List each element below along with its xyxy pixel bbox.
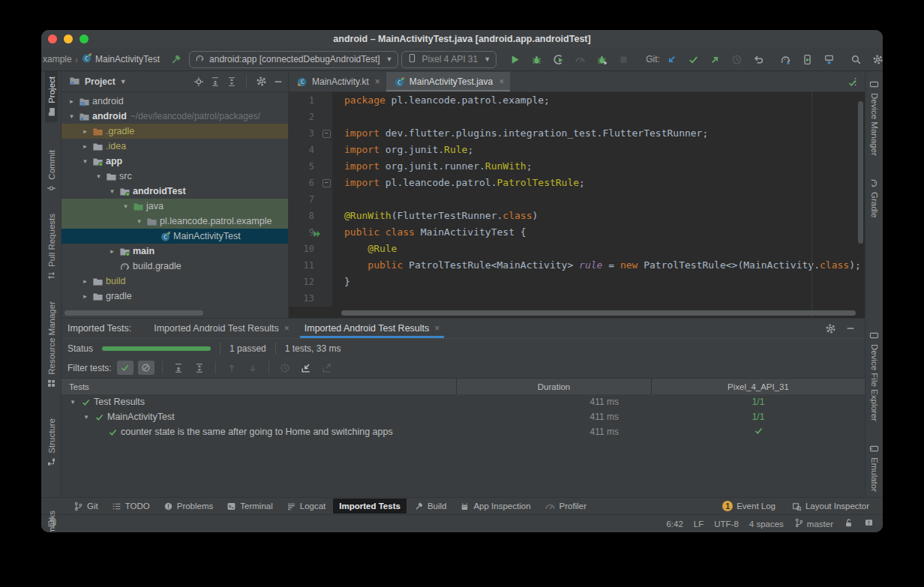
run-configuration-select[interactable]: android:app [connectedDebugAndroidTest] … [189,51,398,68]
tool-strip-tab-device-file-explorer[interactable]: Device File Explorer [868,325,880,427]
device-manager-button[interactable] [800,52,815,67]
tree-item-src[interactable]: ▾src [62,169,288,184]
tree-item-java[interactable]: ▾java [62,199,288,214]
push-button[interactable] [708,52,723,67]
expand-all-button[interactable] [170,361,187,375]
test-result-row[interactable]: ▾Test Results411 ms1/1 [62,394,865,409]
previous-occurrence-button[interactable] [224,361,240,375]
show-passed-button[interactable] [117,361,134,375]
tree-item-android[interactable]: ▸android [62,94,288,109]
tree-toggle-icon[interactable]: ▾ [68,398,78,406]
hide-button[interactable] [273,76,284,87]
tree-item-gradle[interactable]: ▸gradle [62,289,288,304]
fold-marker-icon[interactable]: − [322,179,331,187]
attach-debugger-button[interactable] [594,52,609,67]
tree-toggle-icon[interactable]: ▾ [81,413,92,421]
profile-coverage-button[interactable] [550,52,566,67]
gradle-sync-button[interactable] [778,52,794,67]
expand-all-button[interactable] [210,76,220,87]
fold-marker-icon[interactable]: − [322,130,331,138]
collapse-all-button[interactable] [226,76,237,87]
breadcrumb-package[interactable]: xample [43,54,72,64]
test-results-tab-2[interactable]: Imported Android Test Results× [297,319,448,338]
notification-icon[interactable] [864,518,874,528]
tree-item-app[interactable]: ▾app [62,154,288,169]
toolwindow-button-git[interactable]: Git [68,499,104,514]
import-results-button[interactable] [298,361,314,375]
tool-strip-tab-device-manager[interactable]: Device Manager [868,74,880,161]
lock-open-icon[interactable] [844,518,854,528]
encoding-widget[interactable]: UTF-8 [714,520,739,529]
export-results-button[interactable] [319,361,335,375]
rollback-button[interactable] [752,52,766,67]
tree-item-build-gradle[interactable]: build.gradle [62,259,288,274]
tree-toggle-icon[interactable]: ▾ [106,187,118,195]
column-header-duration[interactable]: Duration [457,379,652,394]
close-tab-icon[interactable]: × [375,76,380,87]
locate-button[interactable] [194,76,204,87]
tree-item-mainactivitytest[interactable]: CMainActivityTest [62,229,288,244]
toolwindow-button-build[interactable]: Build [408,499,453,514]
tree-toggle-icon[interactable]: ▾ [80,157,91,165]
indent-widget[interactable]: 4 spaces [749,520,784,529]
line-ending-widget[interactable]: LF [694,520,704,529]
breadcrumb[interactable]: xample › C MainActivityTest [43,52,160,66]
tree-item--idea[interactable]: ▸.idea [62,139,288,154]
inspections-ok-icon[interactable] [848,77,857,91]
collapse-all-button[interactable] [191,361,208,375]
toolwindow-button-event-log[interactable]: 1Event Log [716,499,782,514]
toolwindow-button-imported-tests[interactable]: Imported Tests [333,499,406,514]
commit-button[interactable] [686,52,701,67]
tree-toggle-icon[interactable]: ▾ [134,217,145,225]
toolwindow-button-logcat[interactable]: Logcat [280,499,332,514]
profiler-button[interactable] [572,52,587,67]
tool-strip-tab-structure[interactable]: Structure [45,413,58,472]
toolwindow-button-problems[interactable]: Problems [158,499,220,514]
test-result-row[interactable]: ▾MainActivityTest411 ms1/1 [62,409,865,424]
tool-strip-tab-bookmarks[interactable]: Bookmarks [45,505,58,532]
tree-toggle-icon[interactable]: ▸ [80,292,91,300]
tree-toggle-icon[interactable]: ▾ [66,112,77,120]
test-history-button[interactable] [277,361,293,375]
sdk-manager-button[interactable] [822,52,837,67]
tool-strip-tab-commit[interactable]: Commit [45,145,58,199]
test-result-row[interactable]: counter state is the same after going to… [62,424,865,439]
column-header-device[interactable]: Pixel_4_API_31 [652,379,865,394]
next-occurrence-button[interactable] [244,361,261,375]
close-tab-icon[interactable]: × [434,323,440,334]
search-everywhere-button[interactable] [849,52,864,67]
editor-tab-mainactivitytest-java[interactable]: CMainActivityTest.java× [386,72,510,91]
hammer-icon[interactable] [170,54,182,65]
test-results-tab-1[interactable]: Imported Android Test Results× [146,319,297,338]
tool-strip-tab-pull-requests[interactable]: Pull Requests [45,208,58,286]
project-panel-title[interactable]: Project [85,76,116,87]
toolwindow-button-todo[interactable]: TODO [106,499,156,514]
tree-toggle-icon[interactable]: ▸ [106,247,118,255]
close-tab-icon[interactable]: × [284,323,290,334]
debug-button[interactable] [529,52,544,67]
tree-item--gradle[interactable]: ▸.gradle [62,124,288,139]
close-tab-icon[interactable]: × [499,76,504,87]
tree-item-android[interactable]: ▾android~/dev/leancode/patrol/packages/ [62,109,288,124]
editor-horizontal-scrollbar[interactable] [341,310,856,316]
settings-button[interactable] [256,76,267,87]
hide-button[interactable] [845,323,856,334]
tree-toggle-icon[interactable]: ▾ [93,172,104,180]
chevron-down-icon[interactable]: ▼ [120,78,127,85]
tree-item-pl-leancode-patrol-example[interactable]: ▾pl.leancode.patrol.example [62,214,288,229]
history-button[interactable] [730,52,745,67]
git-branch-widget[interactable]: master [794,518,833,529]
show-ignored-button[interactable] [138,361,154,375]
run-test-gutter-icon[interactable] [313,227,322,244]
toolwindow-button-app-inspection[interactable]: App Inspection [454,499,536,514]
device-select[interactable]: Pixel 4 API 31 ▼ [401,51,496,68]
tree-toggle-icon[interactable]: ▸ [80,127,91,135]
toolwindow-button-profiler[interactable]: Profiler [538,499,592,514]
tool-strip-tab-gradle[interactable]: Gradle [868,173,880,223]
tool-strip-tab-project[interactable]: Project [45,71,58,122]
project-horizontal-scrollbar[interactable] [64,310,203,316]
tree-toggle-icon[interactable]: ▾ [120,202,131,210]
editor-tab-mainactivity-kt[interactable]: CMainActivity.kt× [289,72,386,91]
code-editor[interactable]: 1package pl.leancode.patrol.example;23−i… [289,92,865,318]
editor-vertical-scrollbar[interactable] [858,101,863,244]
